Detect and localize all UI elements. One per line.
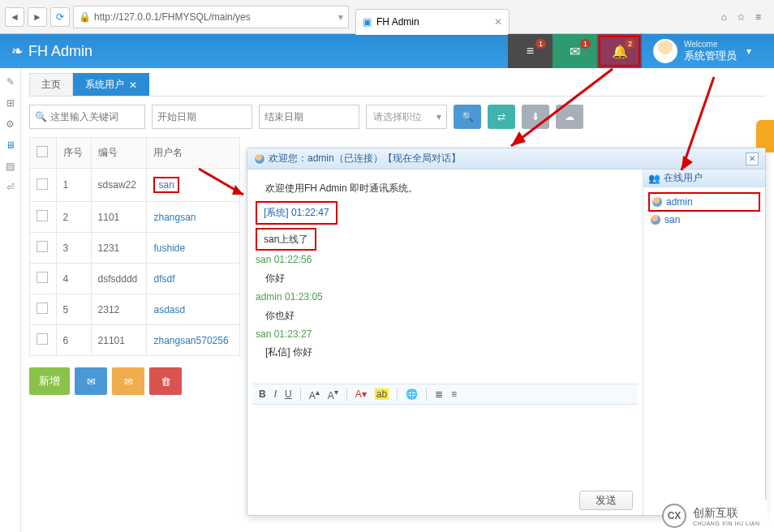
nav-refresh-button[interactable]: ⟳	[50, 7, 70, 27]
search-icon: 🔍	[35, 111, 47, 122]
username-cell[interactable]: dfsdf	[147, 264, 240, 294]
table-row[interactable]: 6 21101 zhangsan570256	[30, 325, 240, 356]
nav-back-button[interactable]: ◄	[5, 7, 24, 27]
start-date-input[interactable]	[152, 105, 252, 129]
list-ol-button[interactable]: ≣	[435, 388, 443, 400]
person-icon	[650, 214, 661, 225]
row-checkbox[interactable]	[37, 210, 48, 221]
bold-button[interactable]: B	[259, 388, 266, 400]
rail-item-1[interactable]: ✎	[6, 76, 15, 88]
address-bar[interactable]: 🔒 ▾	[73, 6, 349, 28]
download-button[interactable]: ⬇	[522, 105, 549, 129]
chat-close-button[interactable]: ✕	[746, 152, 759, 165]
browser-tab[interactable]: ▣ FH Admin ✕	[355, 9, 510, 35]
table-row[interactable]: 2 1101 zhangsan	[30, 202, 240, 233]
send-button[interactable]: 发送	[579, 491, 633, 510]
tab-title: FH Admin	[376, 16, 419, 28]
username-label: 系统管理员	[684, 49, 737, 63]
rail-item-2[interactable]: ⊞	[6, 97, 15, 109]
underline-button[interactable]: U	[285, 388, 292, 400]
col-seq: 序号	[56, 138, 91, 169]
chat-input[interactable]	[252, 405, 638, 486]
end-date-input[interactable]	[259, 105, 359, 129]
mail-badge: 1	[580, 39, 591, 49]
table-row[interactable]: 1 sdsaw22 san	[30, 169, 240, 202]
chat-footer: 发送	[247, 486, 643, 515]
filter-bar: 🔍 请选择职位 🔍 ⇄ ⬇ ☁	[29, 105, 766, 129]
table-row[interactable]: 3 1231 fushide	[30, 233, 240, 264]
star-icon[interactable]: ☆	[737, 11, 746, 23]
menu-icon[interactable]: ≡	[755, 11, 761, 23]
font-smaller-button[interactable]: A▾	[328, 388, 338, 401]
person-icon	[254, 153, 265, 165]
online-user-item[interactable]: admin	[648, 192, 760, 212]
swap-button[interactable]: ⇄	[488, 105, 515, 129]
tab-home[interactable]: 主页	[29, 73, 73, 96]
header-bell-tile[interactable]: 🔔 2	[597, 34, 642, 68]
username-cell[interactable]: zhangsan570256	[147, 325, 240, 356]
dropdown-icon[interactable]: ▾	[338, 11, 343, 23]
username-cell[interactable]: fushide	[147, 233, 240, 264]
keyword-input-wrap[interactable]: 🔍	[29, 105, 145, 129]
rail-item-6[interactable]: ⏎	[6, 182, 15, 193]
cloud-button[interactable]: ☁	[556, 105, 583, 129]
keyword-input[interactable]	[50, 111, 140, 122]
menu-badge: 1	[535, 39, 546, 49]
mail-button[interactable]: ✉	[75, 367, 107, 395]
online-users-panel: 👥 在线用户 adminsan	[643, 169, 765, 515]
font-color-button[interactable]: A▾	[355, 388, 367, 400]
user-menu[interactable]: Welcome 系统管理员 ▾	[642, 34, 763, 68]
table-row[interactable]: 4 dsfsdddd dfsdf	[30, 264, 240, 294]
list-icon: ≡	[527, 44, 534, 58]
col-code: 编号	[91, 138, 147, 169]
col-username: 用户名	[147, 138, 240, 169]
add-button[interactable]: 新增	[29, 367, 70, 395]
close-icon[interactable]: ✕	[129, 79, 137, 91]
font-larger-button[interactable]: A▴	[309, 388, 320, 401]
rail-item-5[interactable]: ▤	[6, 161, 15, 172]
chat-line: admin 01:23:05	[256, 288, 634, 307]
highlight-button[interactable]: ab	[375, 388, 389, 400]
users-icon: 👥	[648, 173, 660, 184]
chat-line: san上线了	[256, 228, 316, 251]
mail-icon: ✉	[570, 44, 580, 59]
online-user-item[interactable]: san	[648, 212, 760, 228]
username-cell[interactable]: san	[147, 169, 240, 202]
editor-toolbar: B I U A▴ A▾ A▾ ab 🌐 ≣ ≡	[252, 384, 638, 405]
row-checkbox[interactable]	[37, 302, 48, 314]
url-input[interactable]	[94, 11, 335, 23]
header-menu-tile[interactable]: ≡ 1	[508, 34, 553, 68]
chat-title-text: 欢迎您：admin（已连接）【现在全局对话】	[269, 152, 461, 165]
chat-window: 欢迎您：admin（已连接）【现在全局对话】 ✕ 欢迎使用FH Admin 即时…	[247, 148, 766, 516]
list-ul-button[interactable]: ≡	[451, 388, 457, 400]
emoji-button[interactable]: 🌐	[406, 388, 418, 400]
chat-line: 你也好	[256, 307, 634, 325]
username-cell[interactable]: zhangsan	[147, 202, 240, 233]
rail-item-3[interactable]: ⚙	[6, 118, 15, 130]
footer-brand: CX 创新互联 CHUANG XIN HU LIAN	[662, 500, 768, 532]
chat-titlebar[interactable]: 欢迎您：admin（已连接）【现在全局对话】 ✕	[247, 148, 765, 169]
row-checkbox[interactable]	[37, 333, 48, 345]
header-mail-tile[interactable]: ✉ 1	[553, 34, 597, 68]
chat-body: 欢迎使用FH Admin 即时通讯系统。 [系统] 01:22:47san上线了…	[247, 169, 643, 515]
row-checkbox[interactable]	[37, 241, 48, 252]
checkbox-all[interactable]	[37, 146, 48, 157]
table-row[interactable]: 5 2312 asdasd	[30, 294, 240, 325]
rail-item-4[interactable]: 🖥	[6, 139, 15, 151]
tab-close-icon[interactable]: ✕	[494, 16, 502, 28]
mail2-button[interactable]: ✉	[112, 367, 144, 395]
chat-log: 欢迎使用FH Admin 即时通讯系统。 [系统] 01:22:47san上线了…	[247, 169, 643, 384]
tab-favicon: ▣	[363, 16, 372, 28]
role-select[interactable]: 请选择职位	[366, 105, 447, 129]
home-icon[interactable]: ⌂	[721, 11, 727, 23]
col-check	[30, 138, 57, 169]
nav-forward-button[interactable]: ►	[28, 7, 47, 27]
username-cell[interactable]: asdasd	[147, 294, 240, 325]
italic-button[interactable]: I	[274, 388, 277, 400]
brand-icon: CX	[662, 504, 686, 528]
delete-button[interactable]: 🗑	[149, 367, 182, 395]
row-checkbox[interactable]	[37, 272, 48, 283]
tab-users[interactable]: 系统用户 ✕	[73, 73, 149, 96]
search-button[interactable]: 🔍	[454, 105, 481, 129]
row-checkbox[interactable]	[37, 178, 48, 190]
